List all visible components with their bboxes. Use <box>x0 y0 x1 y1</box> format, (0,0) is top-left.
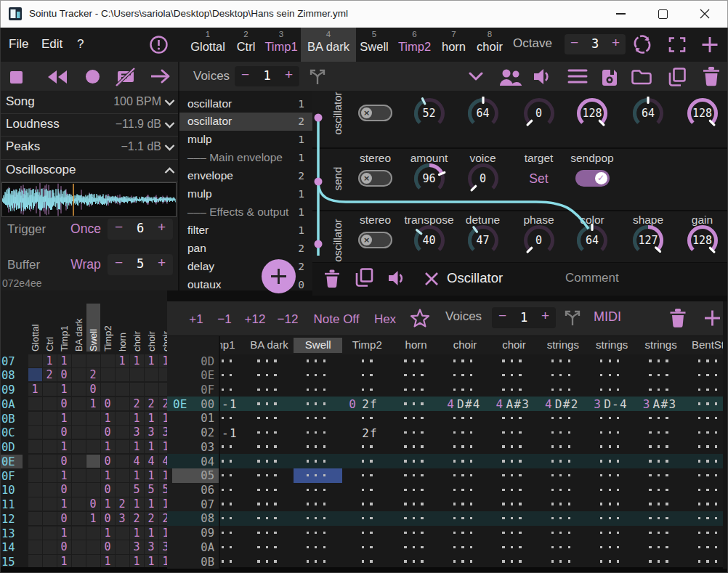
octave-increment[interactable]: + <box>612 35 620 51</box>
order-cell[interactable] <box>116 540 129 553</box>
pattern-track-header-strings[interactable]: strings <box>636 338 685 351</box>
order-cell[interactable]: 1 <box>145 527 158 540</box>
song-panel-row-oscilloscope[interactable]: Oscilloscope <box>0 159 178 182</box>
order-cell[interactable]: 0 <box>86 383 100 396</box>
order-cell[interactable] <box>130 383 144 396</box>
unit-disable-icon[interactable] <box>424 272 439 286</box>
order-cell[interactable] <box>72 368 86 381</box>
order-cell[interactable]: 0 <box>86 497 100 511</box>
order-cell[interactable] <box>28 497 42 511</box>
order-cell[interactable]: 1 <box>57 383 71 396</box>
order-cell[interactable]: 1 <box>145 555 158 567</box>
order-cell[interactable]: 2 <box>43 368 57 381</box>
pattern-track-header-ba dark[interactable]: BA dark <box>245 338 294 351</box>
trigger-increment[interactable]: + <box>158 219 166 235</box>
order-cell[interactable]: 0 <box>57 455 71 468</box>
unit-list-item-Effectsoutput[interactable]: ––– Effects & output1 <box>179 203 312 222</box>
order-cell[interactable]: 1 <box>159 555 168 567</box>
pattern-cell-note[interactable]: A#3 <box>653 397 677 411</box>
follow-toggle-icon[interactable] <box>114 67 138 87</box>
order-cell[interactable] <box>159 368 168 381</box>
order-cell[interactable]: 0 <box>57 368 71 381</box>
order-cell[interactable]: 4 <box>159 455 168 468</box>
pattern-cell-note[interactable]: -1 <box>222 397 238 411</box>
order-cell[interactable] <box>43 440 57 453</box>
order-cell[interactable] <box>43 512 57 525</box>
pattern-cell-note[interactable]: D-4 <box>604 397 628 411</box>
order-cell[interactable] <box>28 455 42 468</box>
order-cell[interactable] <box>86 440 100 453</box>
order-cell[interactable] <box>28 512 42 525</box>
instrument-tab-swell[interactable]: 5Swell <box>356 28 392 62</box>
order-cell[interactable] <box>86 426 100 439</box>
minimize-button[interactable] <box>604 0 638 28</box>
order-cell[interactable] <box>28 368 42 381</box>
unit-list-item-mulp[interactable]: mulp1 <box>179 131 312 149</box>
order-cell[interactable] <box>43 540 57 553</box>
order-cell[interactable] <box>116 426 129 439</box>
order-cell[interactable] <box>72 440 86 453</box>
solo-voices-icon[interactable] <box>498 68 522 86</box>
delete-icon[interactable] <box>702 66 721 86</box>
order-cell[interactable] <box>72 383 86 396</box>
record-button[interactable] <box>86 70 100 84</box>
order-cell[interactable]: 3 <box>145 540 158 553</box>
param-knob-voice[interactable]: 0 <box>466 162 500 195</box>
instrument-tab-horn[interactable]: 7horn <box>437 28 471 62</box>
stop-button[interactable] <box>10 71 23 84</box>
order-cell[interactable]: 0 <box>101 512 115 525</box>
fullscreen-icon[interactable] <box>668 36 686 53</box>
order-cell[interactable] <box>86 354 100 367</box>
order-cell[interactable] <box>72 512 86 525</box>
order-cell[interactable]: 2 <box>86 368 100 381</box>
order-cell[interactable]: 0 <box>101 397 115 410</box>
order-cell[interactable]: 0 <box>57 426 71 439</box>
order-track-header-glottal[interactable]: Glottal <box>30 290 41 353</box>
add-instrument-icon[interactable] <box>700 35 720 54</box>
order-cell[interactable] <box>159 383 168 396</box>
order-cell[interactable]: 2 <box>159 397 168 410</box>
order-cell[interactable] <box>101 354 115 367</box>
order-track-header-ba-dark[interactable]: BA dark <box>73 290 85 353</box>
instrument-tab-glottal[interactable]: 1Glottal <box>185 28 230 62</box>
order-cell[interactable] <box>72 540 86 553</box>
pattern-cell-note[interactable]: D#2 <box>555 397 579 411</box>
param-knob-phase[interactable]: 0 <box>522 224 556 257</box>
order-cell[interactable]: 0 <box>57 483 71 496</box>
order-cell[interactable]: 1 <box>159 440 168 453</box>
order-track-header-choir[interactable]: choir <box>146 290 158 353</box>
order-cell[interactable]: 1 <box>159 469 168 482</box>
split-voices-icon[interactable] <box>308 68 327 86</box>
pattern-voices-increment[interactable]: + <box>541 308 549 324</box>
order-cell[interactable]: 4 <box>130 455 144 468</box>
order-cell[interactable] <box>28 397 42 410</box>
order-cell[interactable] <box>116 397 129 410</box>
order-cell[interactable]: 1 <box>57 440 71 453</box>
order-cell[interactable] <box>116 483 129 496</box>
chevron-down-icon[interactable] <box>469 72 483 81</box>
order-cell[interactable]: 3 <box>159 540 168 553</box>
order-cell[interactable] <box>116 555 129 567</box>
order-cell[interactable] <box>28 412 42 425</box>
order-cell[interactable] <box>28 426 42 439</box>
order-cell[interactable] <box>28 440 42 453</box>
order-cell[interactable] <box>86 555 100 567</box>
order-cell[interactable]: 1 <box>145 440 158 453</box>
instrument-tab-timp1[interactable]: 3Timp1 <box>262 28 301 62</box>
order-cell[interactable] <box>43 397 57 410</box>
star-icon[interactable] <box>410 308 430 328</box>
order-cell[interactable] <box>72 397 86 410</box>
order-cell[interactable]: 0 <box>57 397 71 410</box>
add-unit-button[interactable] <box>262 259 296 293</box>
param-knob-color[interactable]: 64 <box>575 224 609 257</box>
order-cell[interactable]: 1 <box>101 469 115 482</box>
instrument-tab-choir[interactable]: 8choir <box>471 28 509 62</box>
buffer-increment[interactable]: + <box>158 255 166 271</box>
open-folder-icon[interactable] <box>631 68 652 85</box>
unit-list-item-oscillator[interactable]: oscillator1 <box>179 95 312 113</box>
order-cell[interactable]: 1 <box>57 555 71 567</box>
order-cell[interactable] <box>28 469 42 482</box>
param-toggle-stereo[interactable]: × <box>358 170 392 187</box>
order-cell[interactable] <box>43 469 57 482</box>
order-cell[interactable] <box>116 440 129 453</box>
